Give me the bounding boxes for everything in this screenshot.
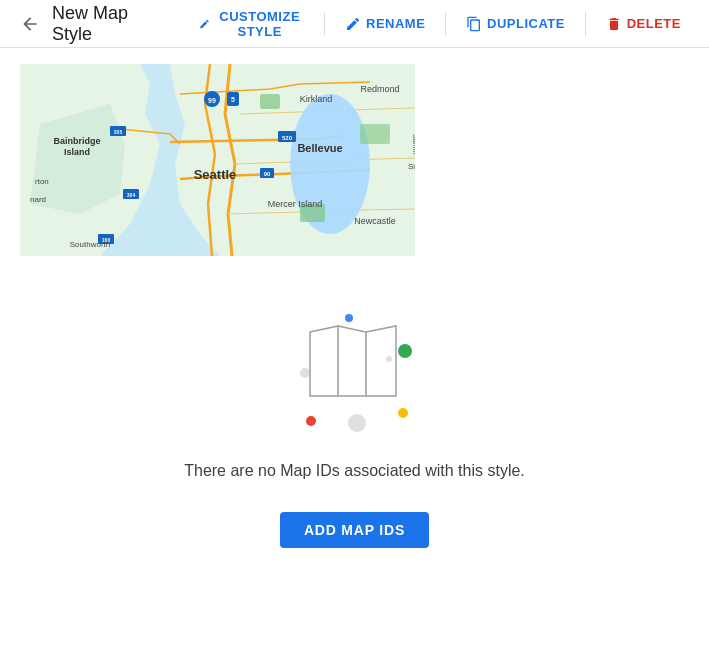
map-fold-svg xyxy=(308,324,398,404)
header: New Map Style CUSTOMIZE STYLE RENAME DUP… xyxy=(0,0,709,48)
empty-state: There are no Map IDs associated with thi… xyxy=(20,256,689,568)
customize-style-label: CUSTOMIZE STYLE xyxy=(215,9,304,39)
svg-text:304: 304 xyxy=(127,192,136,198)
map-ids-illustration xyxy=(290,296,420,446)
svg-text:99: 99 xyxy=(208,97,216,104)
svg-text:Island: Island xyxy=(64,147,90,157)
rename-icon xyxy=(345,16,361,32)
delete-button[interactable]: DELETE xyxy=(594,10,693,38)
duplicate-button[interactable]: DUPLICATE xyxy=(454,10,577,38)
svg-text:Kirkland: Kirkland xyxy=(300,94,333,104)
customize-style-button[interactable]: CUSTOMIZE STYLE xyxy=(187,3,316,45)
main-content: 99 5 520 90 304 305 160 Bainbridge Islan… xyxy=(0,48,709,584)
page-title: New Map Style xyxy=(52,3,163,45)
delete-label: DELETE xyxy=(627,16,681,31)
trash-icon xyxy=(606,16,622,32)
svg-text:Bainbridge: Bainbridge xyxy=(53,136,100,146)
dot-yellow xyxy=(398,408,408,418)
pencil-icon xyxy=(199,16,210,32)
svg-text:5: 5 xyxy=(231,96,235,103)
dot-gray-bottom xyxy=(348,414,366,432)
svg-text:Si: Si xyxy=(408,162,415,171)
dot-red xyxy=(306,416,316,426)
svg-rect-5 xyxy=(360,124,390,144)
header-actions: CUSTOMIZE STYLE RENAME DUPLICATE DELETE xyxy=(187,3,693,45)
svg-text:Seattle: Seattle xyxy=(194,167,237,182)
divider-1 xyxy=(324,12,325,36)
add-map-ids-button[interactable]: ADD MAP IDS xyxy=(280,512,429,548)
svg-text:Samm: Samm xyxy=(412,134,415,154)
empty-message: There are no Map IDs associated with thi… xyxy=(184,462,525,480)
divider-2 xyxy=(445,12,446,36)
map-image: 99 5 520 90 304 305 160 Bainbridge Islan… xyxy=(20,64,415,256)
svg-text:Newcastle: Newcastle xyxy=(354,216,396,226)
map-thumbnail: 99 5 520 90 304 305 160 Bainbridge Islan… xyxy=(20,64,415,256)
duplicate-icon xyxy=(466,16,482,32)
svg-rect-3 xyxy=(260,94,280,109)
svg-text:90: 90 xyxy=(264,171,271,177)
rename-button[interactable]: RENAME xyxy=(333,10,437,38)
back-button[interactable] xyxy=(16,10,44,38)
svg-text:Mercer Island: Mercer Island xyxy=(268,199,323,209)
svg-text:rton: rton xyxy=(35,177,49,186)
dot-green xyxy=(398,344,412,358)
svg-text:nard: nard xyxy=(30,195,46,204)
svg-text:Southworth: Southworth xyxy=(70,240,110,249)
rename-label: RENAME xyxy=(366,16,425,31)
duplicate-label: DUPLICATE xyxy=(487,16,565,31)
svg-text:305: 305 xyxy=(114,129,123,135)
dot-blue-top xyxy=(345,314,353,322)
svg-text:520: 520 xyxy=(282,135,293,141)
svg-text:Bellevue: Bellevue xyxy=(297,142,342,154)
divider-3 xyxy=(585,12,586,36)
svg-text:Redmond: Redmond xyxy=(360,84,399,94)
